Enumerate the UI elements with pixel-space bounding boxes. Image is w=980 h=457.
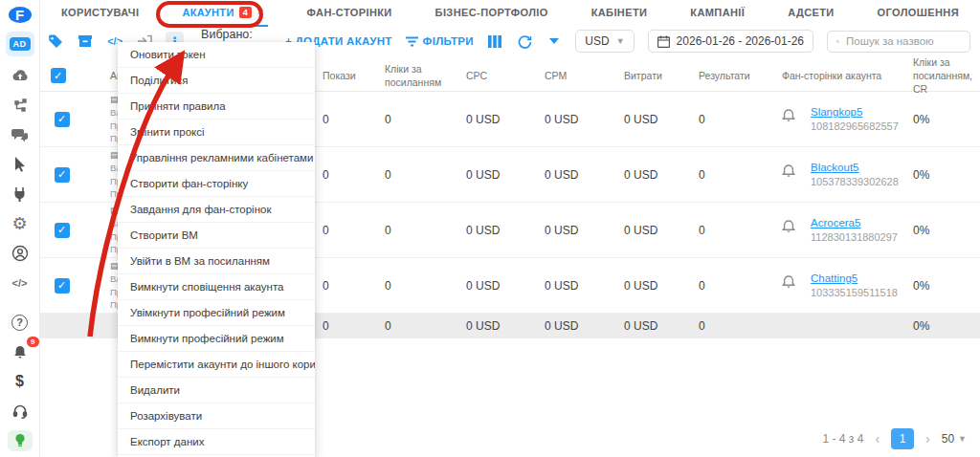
currency-select[interactable]: USD▼ xyxy=(575,30,634,53)
filter-icon xyxy=(406,36,418,47)
nav-tab[interactable]: ОГОЛОШЕННЯ xyxy=(874,0,963,27)
nav-tab[interactable]: КАМПАНІЇ xyxy=(686,0,748,27)
row-checkbox[interactable]: ✓ xyxy=(55,278,70,294)
refresh-icon[interactable] xyxy=(517,33,533,50)
billing-icon[interactable]: $ xyxy=(8,371,33,392)
search-box[interactable] xyxy=(827,31,970,53)
results-cell: 0 xyxy=(699,168,782,182)
menu-item[interactable]: Змінити проксі xyxy=(118,120,315,145)
plug-icon[interactable] xyxy=(8,184,33,205)
ideas-bulb-icon[interactable] xyxy=(8,430,33,451)
cpc-cell: 0 USD xyxy=(466,279,545,293)
columns-icon[interactable] xyxy=(487,33,503,50)
cpm-cell: 0 USD xyxy=(545,279,624,293)
cloud-upload-icon[interactable] xyxy=(8,65,33,86)
fan-page-link[interactable]: Acrocera5 xyxy=(811,217,898,228)
fan-page-id: 105378339302628 xyxy=(811,176,899,187)
menu-item[interactable]: Вимкнути професійний режим xyxy=(118,326,315,352)
menu-item[interactable]: Оновити токен xyxy=(118,42,315,68)
archive-icon[interactable] xyxy=(78,33,94,50)
menu-item[interactable]: Видалити xyxy=(118,378,315,403)
nav-tab[interactable]: КАБІНЕТИ xyxy=(588,0,652,27)
chat-messages-icon[interactable] xyxy=(8,124,33,145)
fan-page-id: 108182965682557 xyxy=(811,120,899,132)
cpm-cell: 0 USD xyxy=(545,168,624,182)
row-checkbox[interactable]: ✓ xyxy=(55,167,70,183)
help-icon[interactable]: ? xyxy=(8,312,33,333)
current-page-button[interactable]: 1 xyxy=(891,428,914,449)
cpm-cell: 0 USD xyxy=(545,113,624,126)
bell-icon[interactable] xyxy=(782,274,795,289)
col-cr: Кліки за посиланням, CR xyxy=(913,55,980,97)
col-fan-pages: Фан-сторінки акаунта xyxy=(782,69,913,82)
summary-results: 0 xyxy=(699,319,782,333)
row-checkbox[interactable]: ✓ xyxy=(55,223,70,238)
fan-page-link[interactable]: Blackout5 xyxy=(811,162,899,173)
menu-item[interactable]: Прийняти правила xyxy=(118,94,315,120)
tab-label: КОРИСТУВАЧІ xyxy=(61,7,139,18)
spend-cell: 0 USD xyxy=(624,168,699,182)
bell-icon[interactable] xyxy=(782,163,795,178)
menu-item[interactable]: Поділитися xyxy=(118,68,315,94)
nav-tab[interactable]: БІЗНЕС-ПОРТФОЛІО xyxy=(432,0,552,27)
support-headset-icon[interactable] xyxy=(8,401,33,422)
spend-cell: 0 USD xyxy=(624,113,699,126)
notifications-icon[interactable]: 9 xyxy=(8,341,33,362)
page-size-select[interactable]: 50▼ xyxy=(942,432,967,446)
search-input[interactable] xyxy=(846,35,961,47)
summary-link-clicks: 0 xyxy=(385,319,466,333)
facebook-logo-icon[interactable]: F xyxy=(9,7,32,23)
impressions-cell: 0 xyxy=(323,113,385,126)
tab-label: АКАУНТИ xyxy=(182,7,234,18)
account-circle-icon[interactable] xyxy=(8,243,33,264)
top-tabbar: КОРИСТУВАЧІ АКАУНТИ 4 × ФАН-СТОРІНКИ xyxy=(40,0,980,27)
actions-dropdown-menu: Оновити токен Поділитися Прийняти правил… xyxy=(118,42,315,457)
calendar-icon xyxy=(657,35,670,48)
menu-item[interactable]: Створити ВМ xyxy=(118,223,315,249)
date-range-picker[interactable]: 2026-01-26 - 2026-01-26 xyxy=(648,30,813,53)
menu-item[interactable]: Завдання для фан-сторінок xyxy=(118,197,315,223)
results-cell: 0 xyxy=(699,113,782,126)
gear-icon[interactable]: ⚙ xyxy=(8,213,33,234)
prev-page-button[interactable]: ‹ xyxy=(875,431,880,446)
row-checkbox[interactable]: ✓ xyxy=(55,112,70,127)
fan-page-link[interactable]: Slangkop5 xyxy=(811,106,899,118)
cursor-icon[interactable] xyxy=(8,154,33,175)
filters-button[interactable]: ФІЛЬТРИ xyxy=(406,35,474,47)
select-all-checkbox[interactable]: ✓ xyxy=(51,68,66,83)
notification-count-badge: 9 xyxy=(27,337,38,347)
col-link-clicks: Кліки за посиланням xyxy=(385,62,466,89)
app-window: F AD ⚙ </> ? 9 $ xyxy=(0,0,980,457)
impressions-cell: 0 xyxy=(323,279,385,293)
fan-page-id: 103335159511518 xyxy=(811,287,898,298)
nav-tab[interactable]: ФАН-СТОРІНКИ xyxy=(303,0,396,27)
nav-tab[interactable]: КОРИСТУВАЧІ xyxy=(57,0,143,27)
spend-cell: 0 USD xyxy=(624,279,699,293)
impressions-cell: 0 xyxy=(323,168,385,182)
bell-icon[interactable] xyxy=(782,219,795,233)
menu-item[interactable]: Вимкнути сповіщення акаунта xyxy=(118,274,315,300)
menu-item[interactable]: Перемістити акаунти до іншого користувач… xyxy=(118,352,315,378)
nav-tab[interactable]: АДСЕТИ xyxy=(784,0,838,27)
tab-count-badge: 4 xyxy=(239,7,252,18)
code-icon[interactable]: </> xyxy=(8,272,33,294)
network-proxy-icon[interactable] xyxy=(8,95,33,116)
menu-item[interactable]: Експорт даних xyxy=(118,429,315,455)
menu-item[interactable]: Увімкнути професійний режим xyxy=(118,300,315,326)
fan-page-link[interactable]: Chatting5 xyxy=(811,272,898,284)
menu-item[interactable]: Розархівувати xyxy=(118,403,315,429)
col-spend: Витрати xyxy=(624,69,699,82)
menu-item[interactable]: Увійти в ВМ за посиланням xyxy=(118,249,315,274)
menu-item[interactable]: Управління рекламними кабінетами xyxy=(118,145,315,171)
pagination: 1 - 4 з 4 ‹ 1 › 50▼ xyxy=(823,428,967,449)
bell-icon[interactable] xyxy=(782,108,795,122)
sidebar-item-ads[interactable]: AD xyxy=(6,32,34,56)
chevron-down-icon[interactable] xyxy=(546,33,563,50)
fan-page-cell: Slangkop5 108182965682557 xyxy=(782,106,913,132)
nav-tab[interactable]: АКАУНТИ 4 × xyxy=(178,0,267,27)
next-page-button[interactable]: › xyxy=(925,431,930,446)
tab-close-icon[interactable]: × xyxy=(256,6,263,19)
fan-page-cell: Chatting5 103335159511518 xyxy=(782,272,913,298)
menu-item[interactable]: Створити фан-сторінку xyxy=(118,171,315,197)
tag-icon[interactable] xyxy=(48,33,64,50)
